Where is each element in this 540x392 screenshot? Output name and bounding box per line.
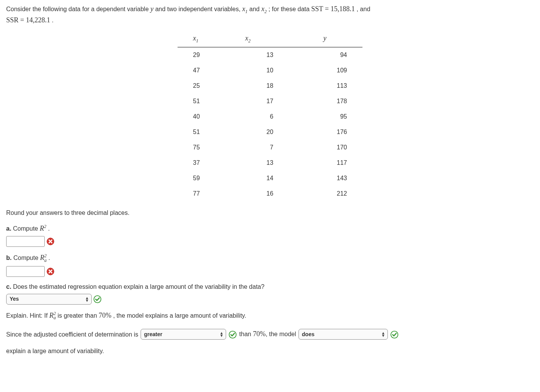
part-a-input[interactable] xyxy=(6,236,45,247)
table-row: 4710109 xyxy=(178,63,362,78)
part-b-prompt: b. Compute R2a . xyxy=(6,252,534,264)
part-c-label: c. xyxy=(6,283,11,290)
does-select[interactable]: does ▲▼ xyxy=(299,329,388,340)
incorrect-icon xyxy=(46,267,55,276)
sst-value: 15,188.1 xyxy=(330,5,355,13)
table-row: 7716212 xyxy=(178,186,362,201)
correct-icon xyxy=(228,330,237,338)
eq-sign-2: = xyxy=(20,16,26,24)
part-a-text: Compute xyxy=(13,225,40,232)
part-c-text: Does the estimated regression equation e… xyxy=(13,283,265,290)
table-row: 291394 xyxy=(178,47,362,63)
r-adj-squared-symbol: R2a xyxy=(40,254,47,261)
intro-text-4: ; for these data xyxy=(268,6,311,12)
table-row: 5117178 xyxy=(178,94,362,109)
col-header-x2: x2 xyxy=(230,30,296,47)
incorrect-icon xyxy=(46,237,55,246)
part-b-text: Compute xyxy=(13,255,40,261)
fill-text-1: Since the adjusted coefficient of determ… xyxy=(6,328,138,341)
sst-label: SST xyxy=(311,5,323,13)
hint-text: Explain. Hint: If R2a is greater than 70… xyxy=(6,310,534,322)
part-a-label: a. xyxy=(6,225,11,232)
stepper-icon: ▲▼ xyxy=(85,297,89,302)
fill-text-2: than 70%, the model xyxy=(239,327,296,342)
table-row: 3713117 xyxy=(178,155,362,171)
fill-text-3: explain a large amount of variability. xyxy=(6,344,534,358)
ssr-label: SSR xyxy=(6,16,18,24)
does-select-value: does xyxy=(302,328,315,340)
period: . xyxy=(52,17,54,23)
eq-sign-1: = xyxy=(325,5,331,13)
problem-statement: Consider the following data for a depend… xyxy=(6,4,534,25)
comparison-select-value: greater xyxy=(144,328,162,340)
data-table: x1 x2 y 291394 4710109 2518113 5117178 4… xyxy=(178,30,362,202)
table-row: 5120176 xyxy=(178,124,362,140)
table-row: 40695 xyxy=(178,109,362,124)
part-c-prompt: c. Does the estimated regression equatio… xyxy=(6,282,534,291)
part-b-label: b. xyxy=(6,255,12,261)
intro-text-3: and xyxy=(249,6,261,12)
intro-sep: , and xyxy=(357,6,371,12)
part-b-input[interactable] xyxy=(6,266,45,277)
table-header-row: x1 x2 y xyxy=(178,30,362,47)
var-y: y xyxy=(150,5,153,13)
r-squared-symbol: R2 xyxy=(40,224,46,232)
intro-text-1: Consider the following data for a depend… xyxy=(6,6,150,12)
table-body: 291394 4710109 2518113 5117178 40695 512… xyxy=(178,47,362,202)
explanation-sentence: Since the adjusted coefficient of determ… xyxy=(6,327,534,358)
stepper-icon: ▲▼ xyxy=(220,332,223,337)
dot: . xyxy=(49,255,50,261)
stepper-icon: ▲▼ xyxy=(381,332,385,337)
part-c-select-value: Yes xyxy=(10,295,19,303)
table-row: 2518113 xyxy=(178,78,362,94)
correct-icon xyxy=(390,330,399,338)
part-a-prompt: a. Compute R2 . xyxy=(6,223,534,234)
correct-icon xyxy=(93,295,102,303)
ssr-value: 14,228.1 xyxy=(26,16,50,24)
comparison-select[interactable]: greater ▲▼ xyxy=(141,329,226,340)
table-row: 5914143 xyxy=(178,171,362,186)
col-header-y: y xyxy=(297,30,362,47)
rounding-instruction: Round your answers to three decimal plac… xyxy=(6,208,534,218)
part-c-select[interactable]: Yes ▲▼ xyxy=(6,294,92,305)
intro-text-2: and two independent variables, xyxy=(155,6,242,12)
table-row: 757170 xyxy=(178,140,362,155)
col-header-x1: x1 xyxy=(178,30,230,47)
var-x1: x1 xyxy=(242,5,248,13)
r-adj-squared-symbol-hint: R2a xyxy=(49,312,56,319)
var-x2: x2 xyxy=(261,5,267,13)
dot: . xyxy=(48,225,50,232)
